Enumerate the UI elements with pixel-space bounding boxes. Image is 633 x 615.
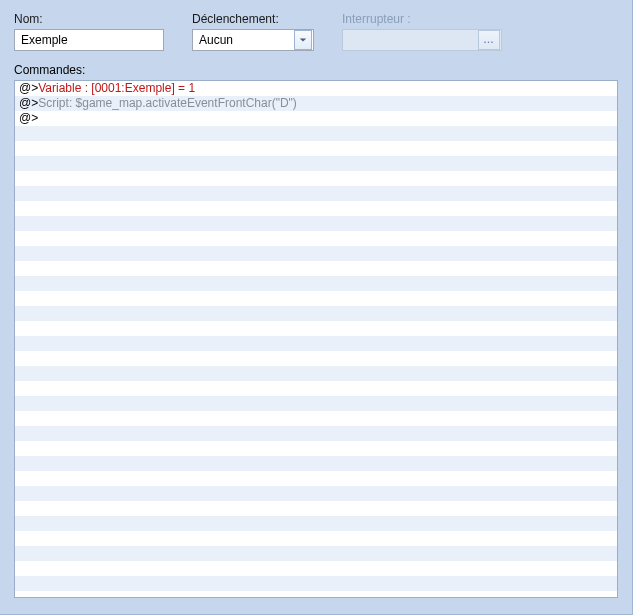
command-prefix: @> bbox=[19, 81, 38, 95]
ellipsis-icon: ... bbox=[484, 35, 495, 45]
command-line-empty[interactable] bbox=[15, 396, 617, 411]
command-line-empty[interactable] bbox=[15, 486, 617, 501]
switch-browse-button[interactable]: ... bbox=[478, 30, 500, 50]
command-line-empty[interactable] bbox=[15, 306, 617, 321]
command-line-empty[interactable] bbox=[15, 351, 617, 366]
commands-label: Commandes: bbox=[14, 63, 618, 77]
command-prefix: @> bbox=[19, 96, 38, 110]
command-line-empty[interactable] bbox=[15, 501, 617, 516]
command-line-empty[interactable] bbox=[15, 231, 617, 246]
command-line-empty[interactable] bbox=[15, 156, 617, 171]
command-line-empty[interactable] bbox=[15, 246, 617, 261]
command-line-empty[interactable] bbox=[15, 126, 617, 141]
command-line-empty[interactable] bbox=[15, 531, 617, 546]
command-line-empty[interactable] bbox=[15, 366, 617, 381]
command-line-empty[interactable] bbox=[15, 321, 617, 336]
command-line[interactable]: @>Script: $game_map.activateEventFrontCh… bbox=[15, 96, 617, 111]
command-line-empty[interactable] bbox=[15, 576, 617, 591]
trigger-value: Aucun bbox=[193, 33, 293, 47]
trigger-label: Déclenchement: bbox=[192, 12, 314, 26]
command-line-empty[interactable] bbox=[15, 186, 617, 201]
commands-list[interactable]: @>Variable : [0001:Exemple] = 1@>Script:… bbox=[14, 80, 618, 598]
select-dropdown-button[interactable] bbox=[294, 30, 312, 50]
switch-field: ... bbox=[342, 29, 502, 51]
command-line-empty[interactable] bbox=[15, 441, 617, 456]
command-line-empty[interactable] bbox=[15, 291, 617, 306]
command-text: Script: $game_map.activateEventFrontChar… bbox=[38, 96, 297, 110]
command-line-empty[interactable] bbox=[15, 456, 617, 471]
command-line-empty[interactable] bbox=[15, 426, 617, 441]
command-line-empty[interactable] bbox=[15, 516, 617, 531]
command-line-empty[interactable] bbox=[15, 336, 617, 351]
switch-label: Interrupteur : bbox=[342, 12, 502, 26]
command-line-empty[interactable] bbox=[15, 201, 617, 216]
command-line-empty[interactable] bbox=[15, 381, 617, 396]
command-prefix: @> bbox=[19, 111, 38, 125]
command-line-empty[interactable] bbox=[15, 171, 617, 186]
command-line-empty[interactable] bbox=[15, 411, 617, 426]
command-text: Variable : [0001:Exemple] = 1 bbox=[38, 81, 195, 95]
trigger-select[interactable]: Aucun bbox=[192, 29, 314, 51]
name-label: Nom: bbox=[14, 12, 164, 26]
command-line-empty[interactable] bbox=[15, 261, 617, 276]
command-line[interactable]: @> bbox=[15, 111, 617, 126]
chevron-down-icon bbox=[299, 33, 307, 47]
command-line-empty[interactable] bbox=[15, 141, 617, 156]
command-line-empty[interactable] bbox=[15, 546, 617, 561]
command-line-empty[interactable] bbox=[15, 561, 617, 576]
command-line-empty[interactable] bbox=[15, 471, 617, 486]
command-line[interactable]: @>Variable : [0001:Exemple] = 1 bbox=[15, 81, 617, 96]
command-line-empty[interactable] bbox=[15, 276, 617, 291]
name-input[interactable] bbox=[14, 29, 164, 51]
command-line-empty[interactable] bbox=[15, 216, 617, 231]
